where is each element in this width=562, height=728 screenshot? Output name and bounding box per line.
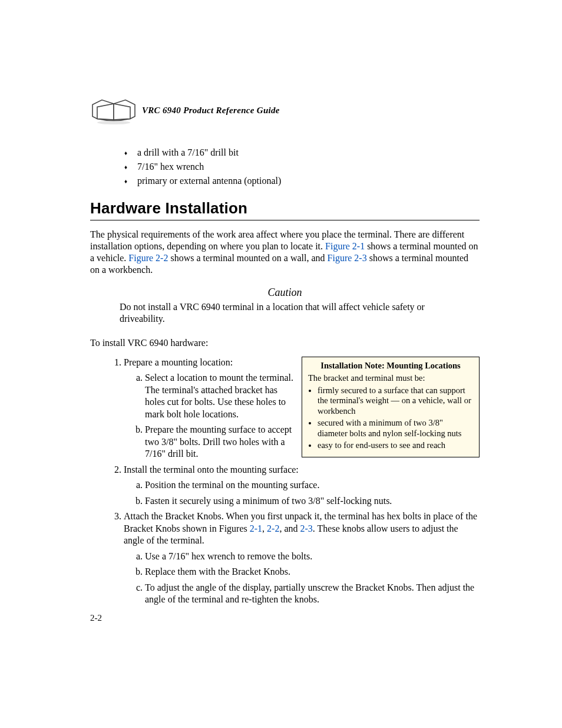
step-3: Attach the Bracket Knobs. When you first…	[124, 510, 480, 605]
note-lead: The bracket and terminal must be:	[308, 373, 473, 383]
section-heading: Hardware Installation	[90, 199, 480, 220]
note-body: The bracket and terminal must be: firmly…	[302, 373, 479, 457]
caution-text: Do not install a VRC 6940 terminal in a …	[120, 301, 450, 325]
substep: Use a 7/16" hex wrench to remove the bol…	[145, 551, 480, 562]
substep: Select a location to mount the terminal.…	[145, 372, 316, 420]
step-2-sublist: Position the terminal on the mounting su…	[124, 479, 480, 507]
text: , and	[279, 523, 300, 533]
list-item: firmly secured to a surface that can sup…	[318, 386, 473, 416]
note-title: Installation Note: Mounting Locations	[302, 357, 479, 373]
substep: Position the terminal on the mounting su…	[145, 479, 480, 491]
caution-heading: Caution	[90, 286, 480, 299]
figure-link[interactable]: 2-3	[300, 523, 313, 533]
svg-point-0	[97, 121, 130, 124]
list-item: a drill with a 7/16" drill bit	[124, 147, 480, 158]
list-item: 7/16" hex wrench	[124, 162, 480, 172]
figure-link[interactable]: 2-2	[267, 523, 279, 533]
text: shows a terminal mounted on a wall, and	[168, 253, 327, 263]
tools-list: a drill with a 7/16" drill bit 7/16" hex…	[124, 147, 480, 186]
list-item: secured with a minimum of two 3/8" diame…	[318, 418, 473, 439]
running-header: VRC 6940 Product Reference Guide	[90, 94, 480, 127]
figure-link[interactable]: 2-1	[250, 523, 262, 533]
step-text: Prepare a mounting location:	[124, 357, 233, 367]
step-3-sublist: Use a 7/16" hex wrench to remove the bol…	[124, 551, 480, 606]
text: ,	[262, 523, 267, 533]
page-number: 2-2	[90, 613, 102, 623]
figure-link[interactable]: Figure 2-1	[325, 241, 365, 251]
install-intro: To install VRC 6940 hardware:	[90, 338, 480, 348]
step-1-sublist: Select a location to mount the terminal.…	[124, 372, 316, 460]
substep: Fasten it securely using a minimum of tw…	[145, 495, 480, 507]
installation-note-box: Installation Note: Mounting Locations Th…	[302, 357, 480, 457]
list-item: primary or external antenna (optional)	[124, 176, 480, 186]
substep: Replace them with the Bracket Knobs.	[145, 566, 480, 578]
step-2: Install the terminal onto the mounting s…	[124, 464, 480, 507]
book-icon	[90, 94, 137, 127]
note-list: firmly secured to a surface that can sup…	[308, 386, 473, 450]
page-content: VRC 6940 Product Reference Guide a drill…	[0, 0, 562, 605]
substep: Prepare the mounting surface to accept t…	[145, 424, 316, 460]
substep: To adjust the angle of the display, part…	[145, 582, 480, 606]
figure-link[interactable]: Figure 2-2	[128, 253, 168, 263]
intro-paragraph: The physical requirements of the work ar…	[90, 229, 480, 276]
step-text: Install the terminal onto the mounting s…	[124, 465, 299, 475]
list-item: easy to for end-users to see and reach	[318, 440, 473, 450]
figure-link[interactable]: Figure 2-3	[328, 253, 367, 263]
header-title: VRC 6940 Product Reference Guide	[142, 106, 280, 116]
main-content-flow: Installation Note: Mounting Locations Th…	[90, 357, 480, 605]
